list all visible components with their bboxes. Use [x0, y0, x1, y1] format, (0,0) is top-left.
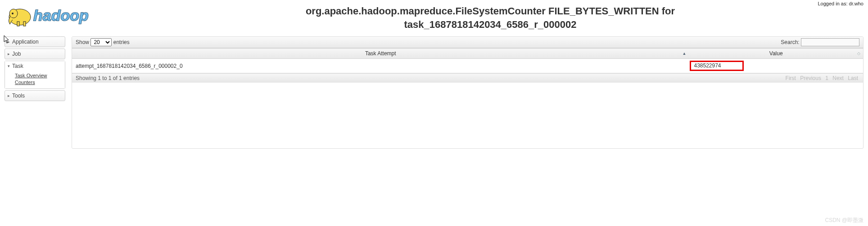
hadoop-logo: hadoop — [5, 3, 117, 32]
page-title-line2: task_1687818142034_6586_r_000002 — [117, 18, 863, 31]
sidebar-task-panel: Task Overview Counters — [5, 71, 65, 89]
col-header-task-attempt[interactable]: Task Attempt ▲ — [72, 49, 689, 59]
sidebar-item-tools[interactable]: ▸Tools — [5, 90, 65, 101]
hadoop-elephant-icon: hadoop — [5, 4, 117, 31]
chevron-right-icon: ▸ — [8, 93, 10, 98]
chevron-right-icon: ▸ — [8, 52, 10, 56]
datatable-topbar: Show 102050100 entries Search: — [72, 37, 863, 48]
login-label: Logged in as: — [818, 1, 847, 6]
main-content: Show 102050100 entries Search: Task Atte… — [72, 36, 863, 149]
attempts-table: Task Attempt ▲ Value ◇ attempt_168781814… — [72, 48, 863, 73]
value-highlight-box: 438522974 — [690, 61, 744, 71]
svg-text:hadoop: hadoop — [33, 7, 89, 24]
task-overview-link[interactable]: Task Overview — [15, 72, 62, 79]
pagination: First Previous 1 Next Last — [784, 75, 859, 81]
sidebar-item-label: Application — [12, 39, 39, 45]
search-label: Search: — [781, 39, 799, 45]
length-control: Show 102050100 entries — [76, 38, 130, 46]
length-select[interactable]: 102050100 — [90, 38, 112, 46]
col-header-label: Task Attempt — [365, 50, 396, 57]
page-first[interactable]: First — [786, 75, 796, 81]
page-last[interactable]: Last — [848, 75, 858, 81]
page-title-line1: org.apache.hadoop.mapreduce.FileSystemCo… — [117, 4, 863, 18]
cell-attempt: attempt_1687818142034_6586_r_000002_0 — [72, 59, 689, 73]
page-current[interactable]: 1 — [825, 75, 828, 81]
search-input[interactable] — [801, 38, 859, 46]
sidebar-item-label: Job — [12, 51, 21, 57]
sort-asc-icon: ▲ — [683, 51, 687, 56]
datatable-bottombar: Showing 1 to 1 of 1 entries First Previo… — [72, 73, 863, 83]
col-header-value[interactable]: Value ◇ — [689, 49, 863, 59]
sidebar: ▸Application ▸Job ▾Task Task Overview Co… — [5, 36, 65, 149]
sort-both-icon: ◇ — [857, 51, 860, 56]
svg-rect-4 — [23, 22, 26, 26]
chevron-down-icon: ▾ — [8, 64, 10, 68]
page-next[interactable]: Next — [832, 75, 844, 81]
sidebar-item-label: Task — [12, 63, 23, 69]
sidebar-item-job[interactable]: ▸Job — [5, 49, 65, 59]
chevron-right-icon: ▸ — [8, 40, 10, 44]
datatable-info: Showing 1 to 1 of 1 entries — [76, 75, 140, 81]
col-header-label: Value — [769, 50, 783, 57]
length-entries-label: entries — [113, 39, 130, 45]
cell-value: 438522974 — [689, 59, 863, 73]
table-row: attempt_1687818142034_6586_r_000002_0 43… — [72, 59, 863, 73]
login-user: dr.who — [849, 1, 863, 6]
svg-rect-3 — [17, 22, 19, 26]
sidebar-item-application[interactable]: ▸Application — [5, 36, 65, 47]
sidebar-item-label: Tools — [12, 93, 25, 99]
sidebar-item-task[interactable]: ▾Task Task Overview Counters — [5, 61, 65, 89]
search-control: Search: — [781, 38, 859, 46]
svg-point-2 — [12, 13, 14, 14]
task-counters-link[interactable]: Counters — [15, 79, 62, 86]
login-info: Logged in as: dr.who — [818, 1, 863, 6]
page-title: org.apache.hadoop.mapreduce.FileSystemCo… — [117, 3, 863, 31]
page-previous[interactable]: Previous — [800, 75, 821, 81]
length-show-label: Show — [76, 39, 89, 45]
